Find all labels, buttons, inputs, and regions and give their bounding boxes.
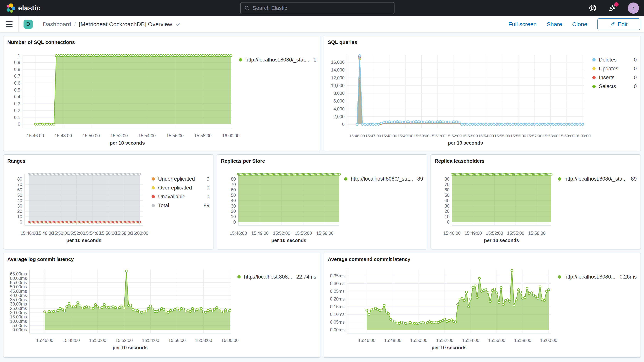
full-screen-button[interactable]: Full screen: [508, 21, 537, 28]
svg-text:60: 60: [444, 187, 450, 192]
notification-dot: [614, 2, 618, 6]
breadcrumb-dashboard-link[interactable]: Dashboard: [43, 21, 71, 28]
panel-replica-leaseholders: Replica leaseholders 0102030405060708015…: [430, 154, 641, 249]
svg-text:80: 80: [17, 176, 22, 182]
replicas-per-store-chart[interactable]: 0102030405060708015:46:0015:49:0015:52:0…: [221, 166, 338, 244]
panel-ranges: Ranges 0102030405060708015:46:0015:48:00…: [3, 154, 214, 249]
chart-legend: Deletes0Updates0Inserts0Selects0: [586, 47, 637, 147]
legend-item[interactable]: http://localhost:8080/_stat...1: [239, 57, 316, 63]
edit-button[interactable]: Edit: [597, 18, 640, 30]
svg-text:15:55:00: 15:55:00: [294, 231, 312, 236]
svg-text:20: 20: [444, 209, 450, 214]
legend-series-label: Underreplicated: [158, 176, 195, 182]
svg-text:10: 10: [231, 214, 236, 219]
svg-text:0.05ms: 0.05ms: [330, 320, 344, 324]
search-input[interactable]: [252, 5, 391, 11]
svg-text:0.6: 0.6: [14, 80, 20, 86]
svg-text:15:56:00: 15:56:00: [488, 338, 505, 343]
legend-series-label: http://localhost:8080...: [564, 274, 615, 280]
svg-text:15:46:00: 15:46:00: [230, 231, 247, 236]
space-avatar: D: [24, 20, 33, 29]
legend-series-dot: [344, 177, 348, 180]
panel-avg-log-commit-latency: Average log commit latency 0.00ms5.00ms1…: [3, 253, 320, 358]
menu-button[interactable]: [0, 16, 18, 32]
svg-text:15:48:00: 15:48:00: [382, 134, 397, 138]
sql-queries-chart[interactable]: 02,0004,0006,0008,00010,00012,00014,0001…: [328, 47, 586, 147]
svg-text:0.9: 0.9: [14, 60, 20, 65]
legend-item[interactable]: http://localhost:8080/_sta...89: [344, 176, 423, 182]
svg-text:0.10ms: 0.10ms: [330, 312, 344, 317]
svg-text:15:50:00: 15:50:00: [52, 231, 70, 236]
svg-text:80: 80: [444, 176, 450, 182]
svg-text:1: 1: [18, 53, 20, 58]
chart-legend: http://localhost:8080...0.26ms: [552, 264, 637, 352]
svg-text:per 10 seconds: per 10 seconds: [112, 345, 148, 350]
panel-sql-connections: Number of SQL connections 00.10.20.30.40…: [3, 36, 320, 151]
svg-text:60: 60: [17, 187, 22, 192]
svg-text:15:48:00: 15:48:00: [62, 338, 80, 343]
panel-title: Replicas per Store: [221, 158, 423, 164]
legend-item[interactable]: Inserts0: [592, 74, 637, 80]
svg-text:0.7: 0.7: [14, 74, 20, 79]
legend-series-label: Overreplicated: [158, 185, 192, 191]
news-button[interactable]: [608, 4, 616, 12]
svg-text:15:56:00: 15:56:00: [100, 231, 117, 236]
elastic-logo[interactable]: elastic: [6, 3, 40, 13]
legend-item[interactable]: Total89: [152, 202, 210, 208]
ranges-chart[interactable]: 0102030405060708015:46:0015:48:0015:50:0…: [7, 166, 146, 244]
help-button[interactable]: [588, 4, 597, 12]
svg-text:20.00ms: 20.00ms: [10, 310, 27, 315]
svg-text:15:46:00: 15:46:00: [20, 231, 38, 236]
svg-text:0: 0: [342, 122, 344, 127]
legend-item[interactable]: Underreplicated0: [152, 176, 210, 182]
brand-text: elastic: [18, 4, 40, 12]
global-search[interactable]: [240, 2, 394, 14]
svg-text:16,000: 16,000: [331, 60, 344, 65]
lifebuoy-icon: [589, 4, 597, 12]
panel-title: Average command commit latency: [328, 256, 637, 262]
breadcrumb-current[interactable]: [Metricbeat CockroachDB] Overview: [79, 21, 181, 28]
svg-text:20: 20: [231, 209, 236, 214]
svg-text:15:58:00: 15:58:00: [195, 338, 212, 343]
legend-item[interactable]: Updates0: [592, 66, 637, 72]
replica-leaseholders-chart[interactable]: 0102030405060708015:46:0015:49:0015:52:0…: [434, 166, 552, 244]
sql-connections-chart[interactable]: 00.10.20.30.40.50.60.70.80.9115:46:0015:…: [7, 47, 233, 147]
svg-text:0.00ms: 0.00ms: [12, 327, 27, 332]
legend-series-value: 0: [630, 66, 637, 72]
panel-title: Replica leaseholders: [434, 158, 637, 164]
legend-item[interactable]: Unavailable0: [152, 194, 210, 200]
user-avatar[interactable]: r: [628, 2, 639, 14]
svg-text:0.30ms: 0.30ms: [330, 281, 344, 286]
legend-item[interactable]: http://localhost:808...22.74ms: [237, 274, 316, 280]
svg-text:6,000: 6,000: [334, 98, 344, 104]
svg-text:15:58:00: 15:58:00: [514, 338, 532, 343]
svg-text:0: 0: [20, 220, 22, 224]
chart-legend: http://localhost:8080/_sta...89: [338, 166, 423, 244]
legend-item[interactable]: Selects0: [592, 84, 637, 90]
svg-text:15:50:00: 15:50:00: [89, 338, 106, 343]
svg-text:35.00ms: 35.00ms: [10, 297, 27, 302]
space-switcher[interactable]: D: [19, 16, 38, 32]
svg-text:15:55:00: 15:55:00: [507, 231, 524, 236]
legend-series-dot: [592, 58, 596, 62]
page-title: [Metricbeat CockroachDB] Overview: [79, 21, 172, 28]
panel-title: SQL queries: [328, 39, 637, 45]
svg-text:15:53:00: 15:53:00: [462, 134, 478, 138]
svg-text:15:54:00: 15:54:00: [478, 134, 494, 138]
svg-text:0.15ms: 0.15ms: [330, 304, 344, 309]
svg-text:4,000: 4,000: [334, 106, 344, 112]
legend-item[interactable]: Deletes0: [592, 57, 637, 63]
svg-text:15:56:00: 15:56:00: [168, 338, 186, 343]
avg-log-commit-latency-chart[interactable]: 0.00ms5.00ms10.00ms15.00ms20.00ms25.00ms…: [7, 264, 232, 352]
svg-text:70: 70: [444, 182, 450, 187]
svg-text:80: 80: [231, 176, 236, 182]
svg-text:50: 50: [231, 193, 236, 198]
dashboard-grid: Number of SQL connections 00.10.20.30.40…: [0, 32, 644, 358]
avg-command-commit-latency-chart[interactable]: 0.00ms0.05ms0.10ms0.15ms0.20ms0.25ms0.30…: [328, 264, 552, 352]
clone-button[interactable]: Clone: [572, 21, 587, 28]
svg-text:15:46:00: 15:46:00: [358, 338, 376, 343]
legend-item[interactable]: http://localhost:8080...0.26ms: [558, 274, 637, 280]
share-button[interactable]: Share: [547, 21, 562, 28]
legend-item[interactable]: http://localhost:8080/_sta...89: [558, 176, 637, 182]
legend-item[interactable]: Overreplicated0: [152, 185, 210, 191]
